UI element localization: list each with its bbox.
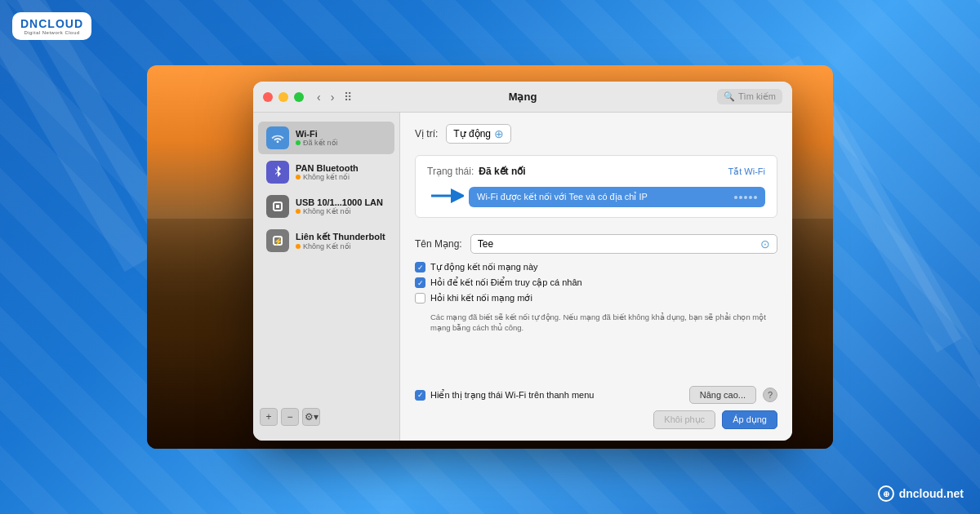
usb-item-text: USB 10/1...1000 LAN Không Kết nối [296,197,383,215]
network-name-value: Tee [478,238,493,250]
checkbox-auto-label: Tự động kết nối mạng này [430,262,538,273]
titlebar: ‹ › ⠿ Mạng 🔍 Tìm kiếm [253,82,792,113]
wifi-icon [266,126,289,149]
usb-icon [266,195,289,218]
checkbox-new-network-icon [415,293,425,304]
traffic-lights [263,92,304,102]
apply-button[interactable]: Áp dụng [722,410,777,429]
footer-domain: dncloud.net [899,487,964,500]
network-name-input[interactable]: Tee ⊙ [470,234,777,254]
status-section: Trạng thái: Đã kết nối Tắt Wi-Fi [415,155,777,218]
help-button[interactable]: ? [763,388,777,402]
wifi-status: Đã kết nối [296,139,338,147]
back-button[interactable]: ‹ [314,89,324,105]
status-row: Trạng thái: Đã kết nối Tắt Wi-Fi [427,166,765,177]
thunderbolt-icon: ⚡ [266,229,289,252]
bottom-buttons: Nâng cao... ? [689,386,777,404]
checkbox-new-network[interactable]: Hỏi khi kết nối mạng mới [415,293,777,304]
status-label: Trạng thái: [427,166,474,177]
maximize-button[interactable] [294,92,304,102]
network-name-row: Tên Mạng: Tee ⊙ [415,234,777,254]
svg-text:⚡: ⚡ [274,237,283,246]
info-box: Wi-Fi được kết nối với Tee và có địa chỉ… [469,187,765,207]
wifi-item-text: Wi-Fi Đã kết nối [296,129,338,147]
turn-off-wifi-button[interactable]: Tắt Wi-Fi [728,166,765,177]
sidebar-item-wifi[interactable]: Wi-Fi Đã kết nối [258,122,394,154]
checkbox-new-network-label: Hỏi khi kết nối mạng mới [430,293,532,304]
status-dot-green [296,140,301,145]
action-buttons-row: Khôi phục Áp dụng [415,410,777,429]
search-placeholder: Tìm kiếm [738,91,776,102]
globe-icon: ⊕ [878,485,894,502]
search-box[interactable]: 🔍 Tìm kiếm [717,89,782,104]
sidebar-item-usb[interactable]: USB 10/1...1000 LAN Không Kết nối [258,190,394,223]
close-button[interactable] [263,92,273,102]
description-text: Các mạng đã biết sẽ kết nối tự động. Nếu… [430,312,777,334]
svg-rect-1 [276,205,279,208]
checkbox-hotspot[interactable]: ✓ Hỏi để kết nối Điểm truy cập cá nhân [415,277,777,288]
remove-network-button[interactable]: − [281,408,299,426]
logo: DNCLOUD Digital Network Cloud [12,12,91,40]
checkbox-hotspot-label: Hỏi để kết nối Điểm truy cập cá nhân [430,277,582,288]
forward-button[interactable]: › [327,89,338,105]
show-status-row: ✓ Hiển thị trạng thái Wi-Fi trên thanh m… [415,390,594,401]
thunderbolt-item-text: Liên kết Thunderbolt Không Kết nối [296,232,385,250]
network-name-label: Tên Mạng: [415,238,462,250]
window-body: Wi-Fi Đã kết nối PAN Bluetooth [253,113,792,441]
blue-arrow-icon [427,184,464,207]
logo-subtitle: Digital Network Cloud [24,30,79,35]
status-left: Trạng thái: Đã kết nối [427,166,526,177]
nav-arrows: ‹ › [314,89,337,105]
logo-text: DNCLOUD [20,17,83,30]
sidebar: Wi-Fi Đã kết nối PAN Bluetooth [253,113,400,441]
status-dot-orange-tb [296,244,301,249]
sidebar-footer: + − ⚙▾ [253,401,399,432]
bluetooth-status: Không kết nối [296,173,359,181]
status-dot-orange-usb [296,209,301,214]
minimize-button[interactable] [278,92,288,102]
checkbox-auto-icon: ✓ [415,262,425,273]
bluetooth-icon [266,161,289,184]
location-chevron-icon: ⊕ [494,127,504,140]
info-box-dots [734,196,757,199]
advanced-button[interactable]: Nâng cao... [689,386,756,404]
location-label: Vị trí: [415,128,438,140]
network-chevron-icon: ⊙ [760,237,770,250]
window-title: Mạng [509,91,537,103]
status-value: Đã kết nối [479,166,525,177]
location-row: Vị trí: Tự động ⊕ [415,124,777,144]
add-network-button[interactable]: + [260,408,278,426]
usb-status: Không Kết nối [296,207,383,215]
mac-window: ‹ › ⠿ Mạng 🔍 Tìm kiếm [253,82,792,441]
main-content: Vị trí: Tự động ⊕ Trạng thái: Đã kết nối… [400,113,792,441]
bottom-bar: ✓ Hiển thị trạng thái Wi-Fi trên thanh m… [415,386,777,404]
restore-button[interactable]: Khôi phục [653,410,715,429]
grid-icon[interactable]: ⠿ [344,91,352,104]
checkbox-hotspot-icon: ✓ [415,277,425,288]
show-status-checkbox[interactable]: ✓ [415,390,425,401]
location-select[interactable]: Tự động ⊕ [446,124,511,144]
settings-network-button[interactable]: ⚙▾ [302,408,320,426]
location-value: Tự động [453,128,491,140]
sidebar-item-thunderbolt[interactable]: ⚡ Liên kết Thunderbolt Không Kết nối [258,224,394,257]
info-box-text: Wi-Fi được kết nối với Tee và có địa chỉ… [477,192,728,202]
status-dot-orange-bt [296,175,301,179]
bluetooth-item-text: PAN Bluetooth Không kết nối [296,163,359,181]
sidebar-item-bluetooth[interactable]: PAN Bluetooth Không kết nối [258,156,394,188]
search-icon: 🔍 [724,91,735,102]
show-status-label: Hiển thị trạng thái Wi-Fi trên thanh men… [430,390,594,401]
footer: ⊕ dncloud.net [878,485,964,502]
checkbox-auto-connect[interactable]: ✓ Tự động kết nối mạng này [415,262,777,273]
thunderbolt-status: Không Kết nối [296,242,385,250]
